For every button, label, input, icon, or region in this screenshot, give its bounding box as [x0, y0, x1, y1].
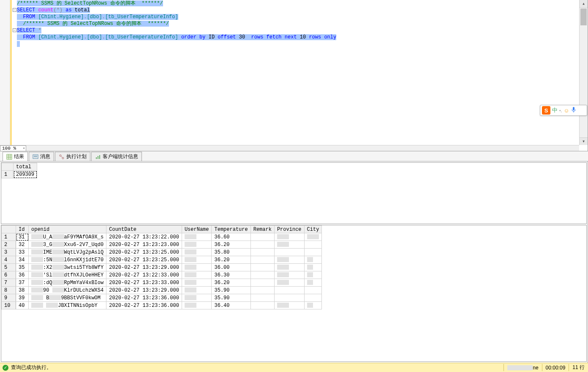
cell[interactable]: 2020-02-27 13:23:25.000: [106, 249, 182, 256]
cell[interactable]: [274, 271, 304, 279]
cell[interactable]: 35: [16, 264, 29, 271]
cell[interactable]: :5Nl6nnKXj1dtE70: [29, 256, 106, 264]
tab-execution-plan[interactable]: 执行计划: [55, 152, 90, 161]
cell[interactable]: [304, 256, 322, 264]
editor-vertical-scrollbar[interactable]: ▴ ▾: [579, 0, 588, 145]
cell[interactable]: [304, 233, 322, 241]
cell[interactable]: 39: [16, 294, 29, 302]
cell[interactable]: [250, 302, 274, 309]
cell[interactable]: 36.60: [212, 233, 250, 241]
row-number[interactable]: 10: [2, 302, 16, 309]
cell[interactable]: [182, 302, 212, 309]
cell[interactable]: [250, 264, 274, 271]
sql-editor[interactable]: /****** SSMS 的 SelectTopNRows 命令的脚本 ****…: [0, 0, 588, 151]
cell[interactable]: 2020-02-27 13:23:36.000: [106, 294, 182, 302]
row-number[interactable]: 3: [2, 249, 16, 256]
scroll-down-icon[interactable]: ▾: [580, 137, 588, 145]
cell[interactable]: [304, 264, 322, 271]
cell[interactable]: [182, 233, 212, 241]
cell[interactable]: 36.20: [212, 256, 250, 264]
cell[interactable]: 36.00: [212, 264, 250, 271]
cell[interactable]: :X23wtsi5TYb8WfY: [29, 264, 106, 271]
editor-code-area[interactable]: /****** SSMS 的 SelectTopNRows 命令的脚本 ****…: [17, 0, 577, 145]
cell[interactable]: 40: [16, 302, 29, 309]
cell[interactable]: IMEWqtLVJg2pAslQ: [29, 249, 106, 256]
cell[interactable]: [250, 294, 274, 302]
cell[interactable]: 'SldtfhXJLOeHHEY: [29, 271, 106, 279]
cell[interactable]: 32: [16, 241, 29, 249]
scroll-up-icon[interactable]: ▴: [580, 0, 588, 8]
cell[interactable]: 2020-02-27 13:23:25.000: [106, 256, 182, 264]
cell[interactable]: JBXITNNisOpbY: [29, 302, 106, 309]
tab-messages[interactable]: 消息: [29, 152, 54, 161]
column-header[interactable]: Id: [16, 226, 29, 233]
cell[interactable]: 2020-02-27 13:23:29.000: [106, 287, 182, 294]
fold-toggle[interactable]: −: [13, 8, 16, 12]
cell[interactable]: [304, 287, 322, 294]
cell[interactable]: [304, 294, 322, 302]
cell[interactable]: :dQRpMmYaV4xBIow: [29, 279, 106, 287]
cell[interactable]: 34: [16, 256, 29, 264]
cell[interactable]: [182, 287, 212, 294]
cell[interactable]: 2020-02-27 13:23:23.000: [106, 241, 182, 249]
zoom-dropdown[interactable]: 100 % ▾: [0, 145, 26, 151]
ime-punct-icon[interactable]: •,: [559, 108, 562, 113]
fold-toggle[interactable]: −: [13, 28, 16, 32]
cell[interactable]: 36.20: [212, 241, 250, 249]
row-number[interactable]: 7: [2, 279, 16, 287]
cell[interactable]: [274, 279, 304, 287]
cell[interactable]: 2020-02-27 13:23:36.000: [106, 302, 182, 309]
cell[interactable]: [274, 302, 304, 309]
cell[interactable]: [250, 249, 274, 256]
column-header[interactable]: Province: [274, 226, 304, 233]
cell[interactable]: 2020-02-27 13:22:33.000: [106, 271, 182, 279]
results-grid-1[interactable]: total1209309: [1, 162, 587, 224]
row-number[interactable]: 1: [2, 171, 14, 178]
column-header[interactable]: Temperature: [212, 226, 250, 233]
tab-results[interactable]: 结果: [3, 152, 28, 161]
column-header[interactable]: openid: [29, 226, 106, 233]
cell[interactable]: [182, 249, 212, 256]
cell[interactable]: [304, 302, 322, 309]
cell[interactable]: [250, 279, 274, 287]
cell[interactable]: 37: [16, 279, 29, 287]
cell[interactable]: [274, 264, 304, 271]
cell[interactable]: [304, 279, 322, 287]
cell[interactable]: 38: [16, 287, 29, 294]
results-grid-2[interactable]: IdopenidCountDateUserNameTemperatureRema…: [1, 225, 587, 362]
cell[interactable]: [250, 256, 274, 264]
cell[interactable]: [274, 294, 304, 302]
cell[interactable]: [182, 279, 212, 287]
tab-client-stats[interactable]: 客户端统计信息: [91, 152, 142, 161]
cell[interactable]: 36.30: [212, 271, 250, 279]
cell[interactable]: 33: [16, 249, 29, 256]
column-header[interactable]: CountDate: [106, 226, 182, 233]
cell[interactable]: 36.20: [212, 279, 250, 287]
ime-language[interactable]: 中: [552, 107, 558, 114]
column-header[interactable]: total: [14, 163, 37, 171]
cell[interactable]: [250, 271, 274, 279]
cell[interactable]: [274, 287, 304, 294]
cell[interactable]: [274, 256, 304, 264]
cell[interactable]: [274, 241, 304, 249]
cell[interactable]: 2020-02-27 13:23:22.000: [106, 233, 182, 241]
column-header[interactable]: City: [304, 226, 322, 233]
cell[interactable]: 35.90: [212, 294, 250, 302]
ime-emoji-icon[interactable]: ☺: [564, 107, 569, 114]
cell[interactable]: 3_GXxu6-2V7_Uqd0: [29, 241, 106, 249]
cell[interactable]: [250, 233, 274, 241]
row-number[interactable]: 8: [2, 287, 16, 294]
cell[interactable]: 35.90: [212, 287, 250, 294]
cell[interactable]: [182, 256, 212, 264]
cell[interactable]: [304, 249, 322, 256]
cell[interactable]: [182, 271, 212, 279]
ime-toolbar[interactable]: S 中 •, ☺: [540, 105, 587, 116]
scrollbar-thumb[interactable]: [580, 8, 587, 25]
row-number[interactable]: 1: [2, 233, 16, 241]
cell[interactable]: 2020-02-27 13:23:33.000: [106, 279, 182, 287]
cell[interactable]: 31: [16, 233, 29, 241]
row-number[interactable]: 5: [2, 264, 16, 271]
cell[interactable]: 2020-02-27 13:23:29.000: [106, 264, 182, 271]
cell[interactable]: [250, 241, 274, 249]
cell[interactable]: U_AaF9YMAfOA9X_s: [29, 233, 106, 241]
